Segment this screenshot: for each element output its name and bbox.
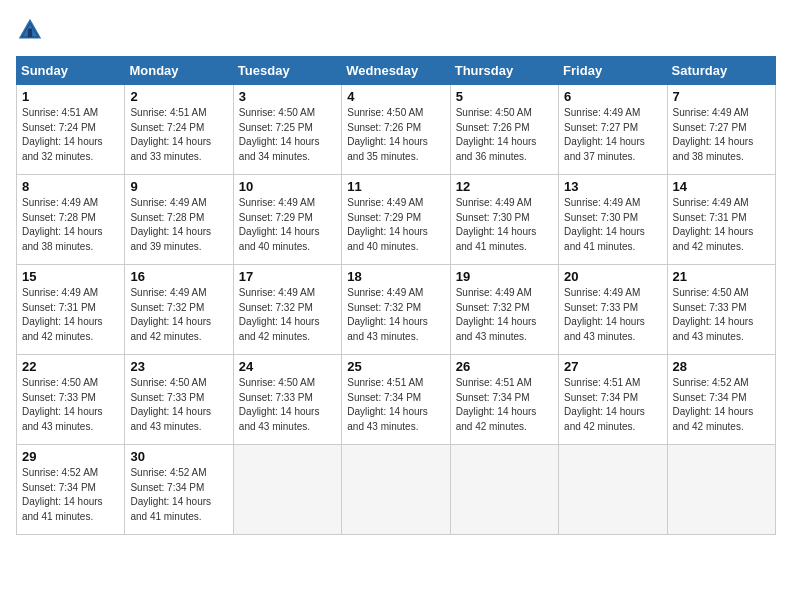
calendar-cell: 27Sunrise: 4:51 AMSunset: 7:34 PMDayligh… — [559, 355, 667, 445]
day-number: 17 — [239, 269, 336, 284]
day-info: Sunrise: 4:49 AMSunset: 7:29 PMDaylight:… — [239, 196, 336, 254]
logo — [16, 16, 48, 44]
day-number: 26 — [456, 359, 553, 374]
day-info: Sunrise: 4:49 AMSunset: 7:33 PMDaylight:… — [564, 286, 661, 344]
day-info: Sunrise: 4:50 AMSunset: 7:25 PMDaylight:… — [239, 106, 336, 164]
day-number: 13 — [564, 179, 661, 194]
day-info: Sunrise: 4:50 AMSunset: 7:33 PMDaylight:… — [673, 286, 770, 344]
calendar-cell: 23Sunrise: 4:50 AMSunset: 7:33 PMDayligh… — [125, 355, 233, 445]
day-info: Sunrise: 4:49 AMSunset: 7:32 PMDaylight:… — [347, 286, 444, 344]
calendar-cell: 4Sunrise: 4:50 AMSunset: 7:26 PMDaylight… — [342, 85, 450, 175]
day-info: Sunrise: 4:50 AMSunset: 7:33 PMDaylight:… — [239, 376, 336, 434]
day-info: Sunrise: 4:49 AMSunset: 7:27 PMDaylight:… — [564, 106, 661, 164]
weekday-header-saturday: Saturday — [667, 57, 775, 85]
day-number: 22 — [22, 359, 119, 374]
day-number: 23 — [130, 359, 227, 374]
day-number: 21 — [673, 269, 770, 284]
day-number: 30 — [130, 449, 227, 464]
calendar-cell — [342, 445, 450, 535]
day-number: 2 — [130, 89, 227, 104]
day-info: Sunrise: 4:51 AMSunset: 7:34 PMDaylight:… — [564, 376, 661, 434]
calendar-cell: 16Sunrise: 4:49 AMSunset: 7:32 PMDayligh… — [125, 265, 233, 355]
page-header — [16, 16, 776, 44]
calendar-week-row: 8Sunrise: 4:49 AMSunset: 7:28 PMDaylight… — [17, 175, 776, 265]
day-number: 16 — [130, 269, 227, 284]
calendar-cell: 15Sunrise: 4:49 AMSunset: 7:31 PMDayligh… — [17, 265, 125, 355]
calendar-cell: 9Sunrise: 4:49 AMSunset: 7:28 PMDaylight… — [125, 175, 233, 265]
day-number: 11 — [347, 179, 444, 194]
day-info: Sunrise: 4:49 AMSunset: 7:27 PMDaylight:… — [673, 106, 770, 164]
day-info: Sunrise: 4:52 AMSunset: 7:34 PMDaylight:… — [130, 466, 227, 524]
day-number: 27 — [564, 359, 661, 374]
day-info: Sunrise: 4:49 AMSunset: 7:31 PMDaylight:… — [22, 286, 119, 344]
calendar-cell: 22Sunrise: 4:50 AMSunset: 7:33 PMDayligh… — [17, 355, 125, 445]
calendar-cell: 11Sunrise: 4:49 AMSunset: 7:29 PMDayligh… — [342, 175, 450, 265]
weekday-header-thursday: Thursday — [450, 57, 558, 85]
calendar-week-row: 29Sunrise: 4:52 AMSunset: 7:34 PMDayligh… — [17, 445, 776, 535]
day-info: Sunrise: 4:52 AMSunset: 7:34 PMDaylight:… — [673, 376, 770, 434]
day-number: 4 — [347, 89, 444, 104]
calendar-cell — [233, 445, 341, 535]
day-number: 24 — [239, 359, 336, 374]
calendar-cell — [559, 445, 667, 535]
day-number: 14 — [673, 179, 770, 194]
calendar-cell: 20Sunrise: 4:49 AMSunset: 7:33 PMDayligh… — [559, 265, 667, 355]
day-number: 25 — [347, 359, 444, 374]
day-info: Sunrise: 4:50 AMSunset: 7:33 PMDaylight:… — [130, 376, 227, 434]
day-info: Sunrise: 4:49 AMSunset: 7:30 PMDaylight:… — [456, 196, 553, 254]
day-info: Sunrise: 4:52 AMSunset: 7:34 PMDaylight:… — [22, 466, 119, 524]
day-info: Sunrise: 4:49 AMSunset: 7:32 PMDaylight:… — [130, 286, 227, 344]
weekday-header-row: SundayMondayTuesdayWednesdayThursdayFrid… — [17, 57, 776, 85]
day-number: 28 — [673, 359, 770, 374]
calendar-cell: 28Sunrise: 4:52 AMSunset: 7:34 PMDayligh… — [667, 355, 775, 445]
calendar-cell: 17Sunrise: 4:49 AMSunset: 7:32 PMDayligh… — [233, 265, 341, 355]
calendar-week-row: 1Sunrise: 4:51 AMSunset: 7:24 PMDaylight… — [17, 85, 776, 175]
calendar-cell: 30Sunrise: 4:52 AMSunset: 7:34 PMDayligh… — [125, 445, 233, 535]
day-info: Sunrise: 4:49 AMSunset: 7:32 PMDaylight:… — [239, 286, 336, 344]
day-number: 10 — [239, 179, 336, 194]
calendar-cell: 2Sunrise: 4:51 AMSunset: 7:24 PMDaylight… — [125, 85, 233, 175]
calendar-cell: 12Sunrise: 4:49 AMSunset: 7:30 PMDayligh… — [450, 175, 558, 265]
day-number: 5 — [456, 89, 553, 104]
day-number: 8 — [22, 179, 119, 194]
calendar-cell: 3Sunrise: 4:50 AMSunset: 7:25 PMDaylight… — [233, 85, 341, 175]
calendar-cell: 10Sunrise: 4:49 AMSunset: 7:29 PMDayligh… — [233, 175, 341, 265]
day-info: Sunrise: 4:49 AMSunset: 7:29 PMDaylight:… — [347, 196, 444, 254]
day-info: Sunrise: 4:49 AMSunset: 7:31 PMDaylight:… — [673, 196, 770, 254]
calendar-cell: 18Sunrise: 4:49 AMSunset: 7:32 PMDayligh… — [342, 265, 450, 355]
calendar-cell — [667, 445, 775, 535]
weekday-header-wednesday: Wednesday — [342, 57, 450, 85]
day-number: 29 — [22, 449, 119, 464]
calendar-cell: 26Sunrise: 4:51 AMSunset: 7:34 PMDayligh… — [450, 355, 558, 445]
calendar-cell: 1Sunrise: 4:51 AMSunset: 7:24 PMDaylight… — [17, 85, 125, 175]
calendar-cell: 24Sunrise: 4:50 AMSunset: 7:33 PMDayligh… — [233, 355, 341, 445]
day-number: 9 — [130, 179, 227, 194]
calendar-cell: 25Sunrise: 4:51 AMSunset: 7:34 PMDayligh… — [342, 355, 450, 445]
day-number: 3 — [239, 89, 336, 104]
calendar-cell: 29Sunrise: 4:52 AMSunset: 7:34 PMDayligh… — [17, 445, 125, 535]
day-number: 18 — [347, 269, 444, 284]
calendar-cell: 8Sunrise: 4:49 AMSunset: 7:28 PMDaylight… — [17, 175, 125, 265]
svg-rect-2 — [28, 29, 32, 37]
calendar-cell: 5Sunrise: 4:50 AMSunset: 7:26 PMDaylight… — [450, 85, 558, 175]
day-info: Sunrise: 4:51 AMSunset: 7:34 PMDaylight:… — [347, 376, 444, 434]
day-number: 15 — [22, 269, 119, 284]
day-number: 12 — [456, 179, 553, 194]
day-info: Sunrise: 4:49 AMSunset: 7:32 PMDaylight:… — [456, 286, 553, 344]
calendar-cell: 14Sunrise: 4:49 AMSunset: 7:31 PMDayligh… — [667, 175, 775, 265]
logo-icon — [16, 16, 44, 44]
calendar-table: SundayMondayTuesdayWednesdayThursdayFrid… — [16, 56, 776, 535]
calendar-cell: 19Sunrise: 4:49 AMSunset: 7:32 PMDayligh… — [450, 265, 558, 355]
calendar-cell: 7Sunrise: 4:49 AMSunset: 7:27 PMDaylight… — [667, 85, 775, 175]
calendar-week-row: 15Sunrise: 4:49 AMSunset: 7:31 PMDayligh… — [17, 265, 776, 355]
weekday-header-sunday: Sunday — [17, 57, 125, 85]
weekday-header-friday: Friday — [559, 57, 667, 85]
day-info: Sunrise: 4:49 AMSunset: 7:28 PMDaylight:… — [130, 196, 227, 254]
day-number: 20 — [564, 269, 661, 284]
day-number: 1 — [22, 89, 119, 104]
day-info: Sunrise: 4:50 AMSunset: 7:26 PMDaylight:… — [347, 106, 444, 164]
day-info: Sunrise: 4:50 AMSunset: 7:33 PMDaylight:… — [22, 376, 119, 434]
calendar-cell: 13Sunrise: 4:49 AMSunset: 7:30 PMDayligh… — [559, 175, 667, 265]
day-info: Sunrise: 4:51 AMSunset: 7:24 PMDaylight:… — [130, 106, 227, 164]
day-number: 7 — [673, 89, 770, 104]
